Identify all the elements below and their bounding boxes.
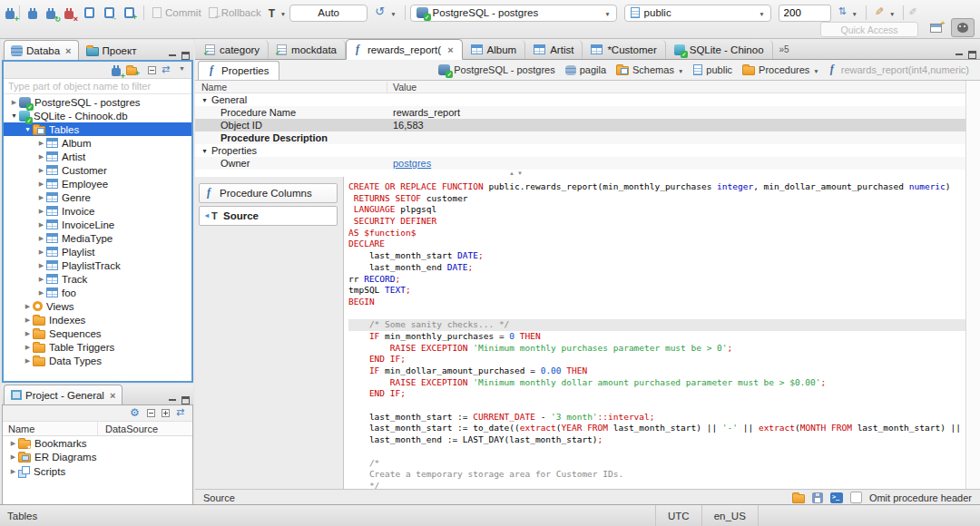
column-header-value[interactable]: Value xyxy=(387,82,416,93)
commit-button[interactable]: Commit xyxy=(149,4,205,22)
source-editor[interactable]: CREATE OR REPLACE FUNCTION public.reward… xyxy=(343,177,965,489)
tree-item-album[interactable]: ▶Album xyxy=(4,136,191,150)
transaction-history-button[interactable] xyxy=(371,4,399,22)
expander-expand-icon[interactable]: ▶ xyxy=(36,208,46,215)
begin-transaction-icon[interactable] xyxy=(84,7,94,18)
expander-expand-icon[interactable]: ▶ xyxy=(36,221,46,229)
transaction-mode-select[interactable]: Auto xyxy=(289,5,368,22)
tree-item-track[interactable]: ▶Track xyxy=(4,272,191,286)
property-row-procedure-description[interactable]: Procedure Description xyxy=(195,132,965,144)
new-connection-icon[interactable] xyxy=(112,68,121,76)
expander-expand-icon[interactable]: ▶ xyxy=(36,289,46,297)
breadcrumb-item-public[interactable]: public xyxy=(693,64,732,75)
breadcrumb-item-procedures[interactable]: Procedures xyxy=(742,64,819,75)
tab-project-general[interactable]: Project - General xyxy=(4,385,122,404)
expander-expand-icon[interactable]: ▶ xyxy=(8,453,18,461)
open-perspective-button[interactable] xyxy=(924,18,947,37)
maximize-icon[interactable] xyxy=(968,51,976,59)
chevron-down-icon[interactable] xyxy=(813,64,818,75)
navigator-filter-input[interactable] xyxy=(4,79,191,94)
load-from-file-icon[interactable] xyxy=(792,494,805,503)
expander-collapse-icon[interactable]: ▼ xyxy=(201,97,208,103)
chevron-down-icon[interactable] xyxy=(678,64,683,75)
expander-expand-icon[interactable]: ▶ xyxy=(8,440,18,447)
source-button[interactable]: Source xyxy=(199,206,338,226)
breadcrumb-item-schemas[interactable]: Schemas xyxy=(616,64,683,75)
expander-expand-icon[interactable]: ▶ xyxy=(9,99,19,106)
collapse-all-icon[interactable] xyxy=(147,409,155,417)
column-header-datasource[interactable]: DataSource xyxy=(98,422,158,435)
new-folder-icon[interactable] xyxy=(126,67,137,75)
expander-expand-icon[interactable]: ▶ xyxy=(36,167,46,174)
scrollbar[interactable] xyxy=(965,81,980,177)
breadcrumb-item-pagila[interactable]: pagila xyxy=(565,64,606,75)
expander-expand-icon[interactable]: ▶ xyxy=(23,357,33,365)
maximize-icon[interactable] xyxy=(181,396,190,404)
expander-expand-icon[interactable]: ▶ xyxy=(36,153,46,161)
tree-item-invoiceline[interactable]: ▶InvoiceLine xyxy=(4,218,191,231)
tree-item-mediatype[interactable]: ▶MediaType xyxy=(4,231,191,245)
minimize-icon[interactable] xyxy=(955,51,964,59)
new-connection-icon[interactable] xyxy=(5,11,15,19)
rollback-button[interactable]: Rollback xyxy=(205,4,265,22)
expander-expand-icon[interactable]: ▶ xyxy=(23,317,33,324)
schema-select[interactable]: public xyxy=(624,5,771,22)
quick-access-input[interactable]: Quick Access xyxy=(820,22,918,37)
expander-expand-icon[interactable]: ▶ xyxy=(36,262,46,269)
tree-item-views[interactable]: ▶Views xyxy=(4,299,191,313)
tree-item-table-triggers[interactable]: ▶Table Triggers xyxy=(4,340,191,354)
tree-item-indexes[interactable]: ▶Indexes xyxy=(4,313,191,326)
property-row-object-id[interactable]: Object ID16,583 xyxy=(195,119,965,132)
breadcrumb-item-rewards-report-int4-numeric[interactable]: rewards_report(int4,numeric) xyxy=(829,64,969,75)
view-menu-icon[interactable] xyxy=(178,65,187,74)
editor-tab-rewards-report[interactable]: rewards_report( xyxy=(346,39,463,60)
tab-project-explorer[interactable]: Проект xyxy=(79,40,144,60)
close-icon[interactable] xyxy=(110,390,115,401)
sql-generator-button[interactable] xyxy=(871,4,898,22)
omit-procedure-header-checkbox[interactable] xyxy=(850,492,862,503)
editor-tab-customer[interactable]: *Customer xyxy=(583,40,665,59)
expander-collapse-icon[interactable]: ▼ xyxy=(9,112,19,119)
disconnect-icon[interactable] xyxy=(64,11,74,19)
dbeaver-perspective-button[interactable] xyxy=(951,18,975,37)
expand-all-icon[interactable] xyxy=(162,409,170,417)
expander-expand-icon[interactable]: ▶ xyxy=(8,468,18,475)
splitter-toggle[interactable]: ▲▼ xyxy=(509,170,523,176)
connect-icon[interactable] xyxy=(28,11,37,19)
save-to-file-icon[interactable] xyxy=(812,492,823,503)
property-row-general[interactable]: ▼General xyxy=(195,93,965,106)
gear-icon[interactable] xyxy=(130,408,141,419)
editor-tab-album[interactable]: Album xyxy=(463,40,526,59)
expander-expand-icon[interactable]: ▶ xyxy=(36,140,46,147)
tree-item-postgresql-postgres[interactable]: ▶PostgreSQL - postgres xyxy=(4,95,191,109)
expander-collapse-icon[interactable]: ▼ xyxy=(23,126,33,132)
transaction-log-button[interactable] xyxy=(265,4,289,22)
procedure-columns-button[interactable]: Procedure Columns xyxy=(199,183,338,203)
link-with-editor-icon[interactable] xyxy=(162,65,172,75)
minimize-icon[interactable] xyxy=(168,396,177,404)
editor-tab-category[interactable]: category xyxy=(197,40,269,59)
property-row-properties[interactable]: ▼Properties xyxy=(195,144,965,157)
expander-expand-icon[interactable]: ▶ xyxy=(36,194,46,201)
expander-expand-icon[interactable]: ▶ xyxy=(36,180,46,188)
lasso-icon[interactable] xyxy=(908,7,919,18)
tree-item-invoice[interactable]: ▶Invoice xyxy=(4,204,191,218)
expander-expand-icon[interactable]: ▶ xyxy=(36,248,46,256)
tree-item-customer[interactable]: ▶Customer xyxy=(4,163,191,177)
link-with-editor-icon[interactable] xyxy=(176,408,187,418)
property-row-procedure-name[interactable]: Procedure Namerewards_report xyxy=(195,106,965,119)
tree-item-data-types[interactable]: ▶Data Types xyxy=(4,354,191,367)
tree-item-sequences[interactable]: ▶Sequences xyxy=(4,326,191,340)
property-row-owner[interactable]: Ownerpostgres xyxy=(195,157,965,170)
tree-item-sqlite-chinook-db[interactable]: ▼SQLite - Chinook.db xyxy=(4,109,191,122)
project-item-er-diagrams[interactable]: ▶ER Diagrams xyxy=(3,451,192,465)
connection-select[interactable]: PostgreSQL - postgres xyxy=(410,5,617,22)
project-item-bookmarks[interactable]: ▶Bookmarks xyxy=(3,436,192,451)
status-locale[interactable]: en_US xyxy=(702,505,759,526)
tree-item-foo[interactable]: ▶foo xyxy=(4,286,191,299)
editor-tab-artist[interactable]: Artist xyxy=(525,40,583,59)
expander-expand-icon[interactable]: ▶ xyxy=(23,303,33,310)
refresh-button[interactable] xyxy=(835,4,861,22)
expander-expand-icon[interactable]: ▶ xyxy=(36,235,46,242)
close-icon[interactable] xyxy=(447,44,453,55)
